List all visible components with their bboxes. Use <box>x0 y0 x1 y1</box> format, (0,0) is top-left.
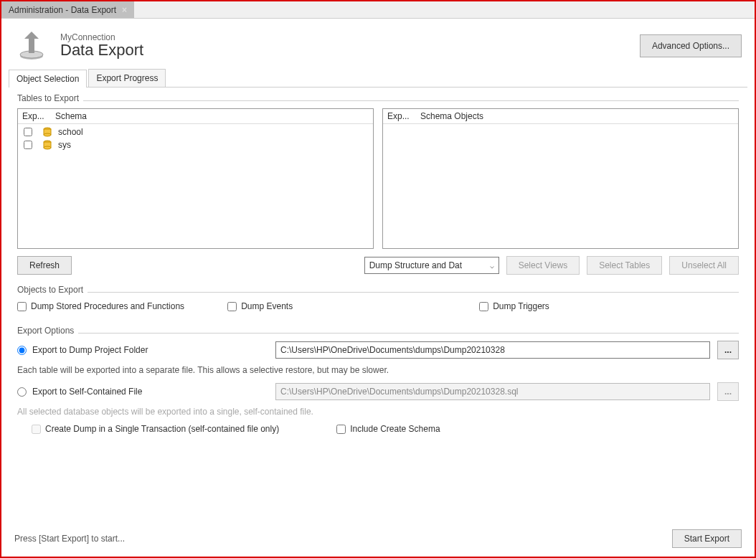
export-file-radio-label: Export to Self-Contained File <box>17 387 268 397</box>
col-export: Exp... <box>22 111 55 121</box>
advanced-options-button[interactable]: Advanced Options... <box>640 34 742 57</box>
objects-listbox[interactable]: Exp... Schema Objects <box>382 108 739 249</box>
dump-procedures-checkbox[interactable] <box>17 302 27 311</box>
export-options-legend: Export Options <box>17 326 78 336</box>
dump-triggers-checkbox[interactable] <box>479 302 488 311</box>
export-file-radio[interactable] <box>17 387 27 397</box>
schema-checkbox-sys[interactable] <box>24 141 32 149</box>
dump-events-checkbox[interactable] <box>227 302 237 311</box>
col-export: Exp... <box>387 111 420 121</box>
schema-listbox[interactable]: Exp... Schema school <box>17 108 374 249</box>
window-tab-bar: Administration - Data Export × <box>1 1 755 19</box>
schema-row[interactable]: sys <box>22 138 369 151</box>
dump-type-value: Dump Structure and Dat <box>369 260 462 270</box>
single-txn-checkbox <box>32 425 41 434</box>
tab-export-progress[interactable]: Export Progress <box>88 69 166 87</box>
col-schema-objects: Schema Objects <box>420 111 734 121</box>
schema-name: school <box>58 127 83 137</box>
schema-row[interactable]: school <box>22 126 369 138</box>
close-icon[interactable]: × <box>122 5 127 15</box>
file-hint: All selected database objects will be ex… <box>17 407 739 417</box>
folder-hint: Each table will be exported into a separ… <box>17 365 739 375</box>
svg-point-9 <box>44 146 51 149</box>
svg-marker-3 <box>24 32 39 39</box>
schema-name: sys <box>58 140 71 150</box>
select-tables-button[interactable]: Select Tables <box>587 256 662 275</box>
tab-title: Administration - Data Export <box>9 5 116 15</box>
export-folder-radio[interactable] <box>17 346 27 355</box>
status-text: Press [Start Export] to start... <box>14 534 125 544</box>
include-schema-checkbox[interactable] <box>336 425 346 434</box>
objects-legend: Objects to Export <box>17 285 88 295</box>
unselect-all-button[interactable]: Unselect All <box>669 256 739 275</box>
file-path-input <box>275 383 710 400</box>
refresh-button[interactable]: Refresh <box>17 256 72 275</box>
svg-rect-2 <box>29 39 34 53</box>
start-export-button[interactable]: Start Export <box>672 529 742 548</box>
tables-legend: Tables to Export <box>17 93 83 103</box>
tab-object-selection[interactable]: Object Selection <box>9 70 87 88</box>
window-tab[interactable]: Administration - Data Export × <box>1 1 134 18</box>
col-schema: Schema <box>55 111 369 121</box>
folder-path-input[interactable] <box>275 341 710 359</box>
single-txn-check: Create Dump in a Single Transaction (sel… <box>32 424 279 434</box>
dump-procedures-check: Dump Stored Procedures and Functions <box>17 301 184 311</box>
dump-type-select[interactable]: Dump Structure and Dat ⌵ <box>364 257 499 274</box>
export-icon <box>14 29 49 63</box>
chevron-down-icon: ⌵ <box>490 262 494 270</box>
dump-events-check: Dump Events <box>227 301 293 311</box>
dump-triggers-check: Dump Triggers <box>479 301 549 311</box>
page-title: Data Export <box>60 41 143 60</box>
database-icon <box>42 127 52 137</box>
browse-folder-button[interactable]: ... <box>717 341 739 359</box>
include-schema-check: Include Create Schema <box>336 424 440 434</box>
select-views-button[interactable]: Select Views <box>506 256 580 275</box>
browse-file-button: ... <box>717 382 739 401</box>
schema-checkbox-school[interactable] <box>24 128 32 136</box>
svg-point-6 <box>44 133 51 136</box>
export-folder-radio-label: Export to Dump Project Folder <box>17 345 268 355</box>
database-icon <box>42 140 52 150</box>
